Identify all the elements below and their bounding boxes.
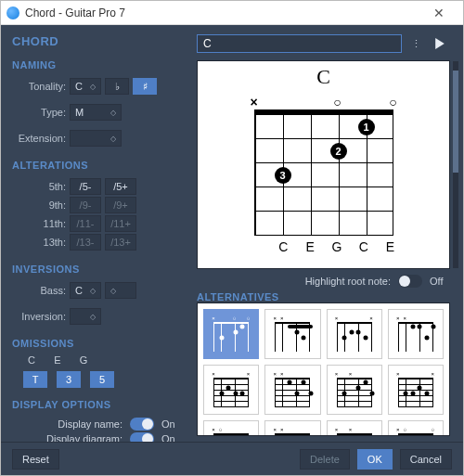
flat-button[interactable]: ♭ bbox=[105, 78, 129, 95]
alterations-header: ALTERATIONS bbox=[12, 160, 180, 171]
alteration-row: 9th:/9-/9+ bbox=[12, 197, 180, 213]
titlebar: Chord - Guitar Pro 7 ✕ bbox=[1, 1, 463, 25]
ok-button[interactable]: OK bbox=[357, 449, 393, 470]
bottom-note: C bbox=[356, 239, 371, 254]
bottom-note: G bbox=[329, 239, 344, 254]
bass-select[interactable]: C◇ bbox=[70, 282, 101, 299]
omission-chip[interactable]: 5 bbox=[90, 371, 114, 388]
highlight-toggle[interactable] bbox=[398, 275, 422, 288]
alternative-thumb[interactable]: ×× bbox=[264, 420, 320, 436]
alteration-label: 9th: bbox=[12, 199, 66, 211]
alternative-thumb[interactable]: ×× bbox=[264, 365, 320, 415]
alteration-plus[interactable]: /5+ bbox=[105, 178, 136, 195]
bass-label: Bass: bbox=[12, 285, 66, 296]
inversion-row: Inversion: ◇ bbox=[12, 308, 180, 325]
more-icon[interactable]: ⋮ bbox=[407, 38, 424, 50]
alteration-row: 11th:/11-/11+ bbox=[12, 215, 180, 232]
window-title: Chord - Guitar Pro 7 bbox=[25, 6, 420, 19]
omissions-vals: T 3 5 bbox=[12, 371, 180, 388]
extension-label: Extension: bbox=[12, 133, 66, 144]
alteration-minus: /13- bbox=[70, 234, 101, 251]
finger-dot: 2 bbox=[330, 143, 347, 160]
chord-name-input[interactable] bbox=[197, 34, 402, 53]
alteration-minus: /9- bbox=[70, 197, 101, 213]
window-close-button[interactable]: ✕ bbox=[420, 6, 458, 20]
alternative-thumb[interactable]: ×× bbox=[203, 365, 259, 415]
play-button[interactable] bbox=[430, 34, 450, 53]
highlight-row: Highlight root note: Off bbox=[197, 275, 448, 288]
alternative-thumb[interactable]: ×○○ bbox=[388, 420, 444, 436]
sharp-button[interactable]: ♯ bbox=[133, 78, 157, 95]
fretboard: 123 bbox=[254, 109, 393, 236]
content: CHORD NAMING Tonality: C◇ ♭ ♯ Type: M◇ E… bbox=[1, 25, 463, 442]
fret-grid: 123 bbox=[254, 115, 393, 236]
naming-header: NAMING bbox=[12, 59, 180, 71]
cancel-button[interactable]: Cancel bbox=[400, 449, 452, 470]
omission-head: G bbox=[75, 354, 92, 366]
alteration-label: 13th: bbox=[12, 237, 66, 248]
display-option-state: On bbox=[161, 433, 180, 442]
alternative-thumb[interactable]: ×× bbox=[388, 309, 444, 359]
omissions-heads: C E G bbox=[12, 354, 180, 366]
omission-head: E bbox=[49, 354, 66, 366]
finger-dot: 1 bbox=[358, 119, 375, 135]
delete-button[interactable]: Delete bbox=[300, 449, 350, 470]
alternative-thumb[interactable]: ×○ bbox=[203, 420, 259, 436]
omission-head: C bbox=[23, 354, 40, 366]
bottom-note: E bbox=[382, 239, 397, 254]
alternative-thumb[interactable]: ×× bbox=[327, 365, 382, 415]
display-option-label: Display diagram: bbox=[46, 433, 122, 442]
display-option-row: Display name:On bbox=[12, 418, 180, 431]
scroll-thumb[interactable] bbox=[453, 71, 458, 173]
open-mark: ○ bbox=[333, 95, 341, 109]
chord-diagram[interactable]: C ×○○ 123 CEGCE bbox=[197, 60, 450, 269]
left-pane: CHORD NAMING Tonality: C◇ ♭ ♯ Type: M◇ E… bbox=[1, 25, 191, 442]
alternative-thumb[interactable]: ×× bbox=[264, 309, 320, 359]
display-option-row: Display diagram:On bbox=[12, 432, 180, 442]
caret-icon: ◇ bbox=[110, 109, 116, 117]
footer: Reset Delete OK Cancel bbox=[1, 442, 463, 475]
alteration-plus: /9+ bbox=[105, 197, 136, 213]
highlight-label: Highlight root note: bbox=[305, 276, 391, 287]
display-option-label: Display name: bbox=[58, 418, 122, 430]
finger-dot: 3 bbox=[275, 167, 291, 184]
alteration-minus[interactable]: /5- bbox=[70, 178, 101, 195]
reset-button[interactable]: Reset bbox=[12, 449, 59, 470]
type-select[interactable]: M◇ bbox=[70, 104, 122, 121]
alternative-thumb[interactable]: ×× bbox=[327, 420, 382, 436]
bottom-notes: CEGCE bbox=[250, 239, 398, 254]
alteration-row: 5th:/5-/5+ bbox=[12, 178, 180, 195]
alternatives-section: ALTERNATIVES ×○○×××××××××××××××○×××××○○ bbox=[197, 291, 450, 436]
bass-stepper[interactable]: ◇ bbox=[105, 282, 136, 299]
caret-icon: ◇ bbox=[90, 287, 96, 295]
alternative-thumb[interactable]: ×○○ bbox=[203, 309, 259, 359]
caret-icon: ◇ bbox=[110, 135, 116, 143]
scrollbar[interactable] bbox=[453, 61, 458, 268]
omission-chip[interactable]: 3 bbox=[57, 371, 81, 388]
extension-select[interactable]: ◇ bbox=[70, 130, 122, 147]
omissions-header: OMISSIONS bbox=[12, 338, 180, 349]
display-option-toggle[interactable] bbox=[130, 432, 154, 442]
chord-header: CHORD bbox=[12, 34, 180, 48]
chord-input-row: ⋮ bbox=[197, 34, 450, 53]
alteration-row: 13th:/13-/13+ bbox=[12, 234, 180, 251]
bottom-note: C bbox=[276, 239, 290, 254]
chord-title: C bbox=[198, 61, 449, 89]
inversion-select[interactable]: ◇ bbox=[70, 308, 101, 325]
tonality-select[interactable]: C◇ bbox=[70, 78, 101, 95]
display-option-toggle[interactable] bbox=[130, 418, 154, 431]
omission-chip[interactable]: T bbox=[23, 371, 47, 388]
tonality-label: Tonality: bbox=[12, 81, 66, 92]
string-marks: ×○○ bbox=[254, 95, 393, 108]
app-icon bbox=[6, 6, 19, 19]
bottom-note bbox=[250, 239, 264, 254]
alternatives-grid: ×○○×××××××××××××××○×××××○○ bbox=[197, 302, 450, 436]
alternative-thumb[interactable]: ×× bbox=[388, 365, 444, 415]
highlight-state: Off bbox=[430, 276, 448, 287]
right-pane: ⋮ C ×○○ 123 CEGCE Highlight root note: O… bbox=[191, 25, 463, 442]
bottom-note: E bbox=[303, 239, 317, 254]
alteration-label: 11th: bbox=[12, 218, 66, 229]
open-mark: ○ bbox=[389, 95, 396, 109]
alteration-label: 5th: bbox=[12, 181, 66, 192]
alternative-thumb[interactable]: ×× bbox=[327, 309, 382, 359]
